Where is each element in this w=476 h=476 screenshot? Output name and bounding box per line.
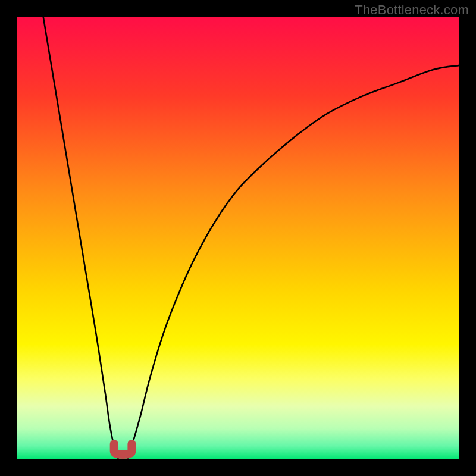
plot-background	[17, 17, 459, 459]
bottleneck-plot	[17, 17, 459, 459]
watermark-text: TheBottleneck.com	[355, 2, 469, 18]
chart-stage: TheBottleneck.com	[0, 0, 476, 476]
